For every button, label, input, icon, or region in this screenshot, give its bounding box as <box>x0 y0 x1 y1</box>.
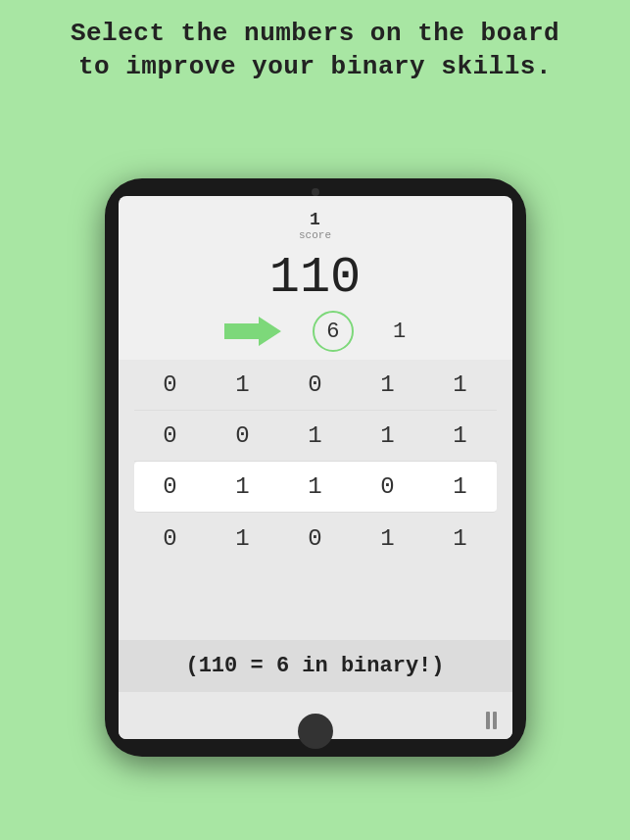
cell-0-0[interactable]: 0 <box>149 364 192 407</box>
selected-circle-value: 6 <box>326 320 339 344</box>
tablet-wrapper: 1 score 110 6 1 0 <box>0 96 630 840</box>
header-line2: to improve your binary skills. <box>78 52 552 81</box>
cell-0-1[interactable]: 1 <box>221 364 265 407</box>
cell-1-3[interactable]: 1 <box>366 415 410 458</box>
arrow-icon <box>224 312 283 351</box>
pause-button[interactable] <box>486 712 497 729</box>
selected-circle: 6 <box>313 311 354 352</box>
grid-row-2: 0 1 1 0 1 <box>134 462 497 513</box>
cell-1-0[interactable]: 0 <box>149 415 192 458</box>
cell-2-4[interactable]: 1 <box>439 466 482 509</box>
tablet-home-button[interactable] <box>298 714 333 749</box>
cell-3-4[interactable]: 1 <box>439 517 482 560</box>
cell-3-3[interactable]: 1 <box>366 517 410 560</box>
cell-2-2[interactable]: 1 <box>294 466 337 509</box>
cell-2-3[interactable]: 0 <box>366 466 410 509</box>
cell-1-1[interactable]: 0 <box>221 415 265 458</box>
selected-row: 6 1 <box>119 311 512 352</box>
tablet-screen: 1 score 110 6 1 0 <box>119 196 512 739</box>
cell-0-2[interactable]: 0 <box>294 364 337 407</box>
cell-0-3[interactable]: 1 <box>366 364 410 407</box>
header-text: Select the numbers on the board to impro… <box>41 0 589 96</box>
grid-row-0: 0 1 0 1 1 <box>134 360 497 411</box>
header-line1: Select the numbers on the board <box>71 19 559 48</box>
arrow-container <box>224 312 283 351</box>
cell-1-4[interactable]: 1 <box>439 415 482 458</box>
grid-row-1: 0 0 1 1 1 <box>134 411 497 462</box>
cell-2-0[interactable]: 0 <box>149 466 192 509</box>
tablet-camera <box>312 188 319 196</box>
pause-bar-2 <box>493 712 497 729</box>
score-label: score <box>299 229 331 241</box>
selected-value-2: 1 <box>393 320 406 344</box>
cell-3-2[interactable]: 0 <box>294 517 337 560</box>
target-number: 110 <box>269 249 362 307</box>
cell-2-1[interactable]: 1 <box>221 466 265 509</box>
score-area: 1 score <box>299 196 331 241</box>
cell-0-4[interactable]: 1 <box>439 364 482 407</box>
svg-marker-0 <box>224 317 281 346</box>
grid-row-3: 0 1 0 1 1 <box>134 513 497 564</box>
banner-text: (110 = 6 in binary!) <box>185 654 444 678</box>
cell-3-0[interactable]: 0 <box>149 517 192 560</box>
score-number: 1 <box>299 210 331 229</box>
tablet-device: 1 score 110 6 1 0 <box>105 178 526 757</box>
cell-3-1[interactable]: 1 <box>221 517 265 560</box>
bottom-banner: (110 = 6 in binary!) <box>119 640 512 692</box>
cell-1-2[interactable]: 1 <box>294 415 337 458</box>
pause-bar-1 <box>486 712 490 729</box>
